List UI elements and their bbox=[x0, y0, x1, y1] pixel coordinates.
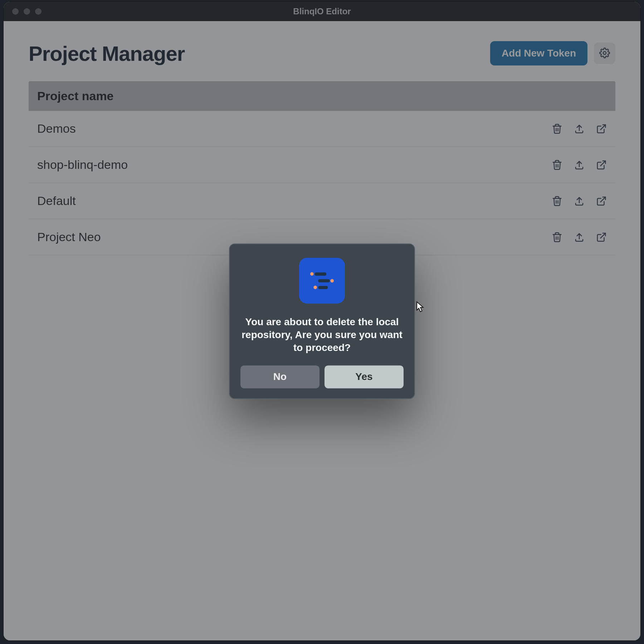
svg-rect-14 bbox=[318, 286, 328, 289]
dialog-buttons: No Yes bbox=[240, 365, 404, 388]
app-window: BlinqIO Editor Project Manager Add New T… bbox=[4, 2, 640, 640]
svg-rect-10 bbox=[315, 272, 326, 275]
svg-point-12 bbox=[330, 279, 334, 282]
svg-point-9 bbox=[310, 272, 314, 275]
svg-point-13 bbox=[313, 286, 317, 289]
blinqio-logo-icon bbox=[299, 258, 345, 303]
dialog-no-button[interactable]: No bbox=[240, 365, 319, 388]
confirm-delete-dialog: You are about to delete the local reposi… bbox=[229, 243, 415, 399]
dialog-message: You are about to delete the local reposi… bbox=[240, 316, 404, 355]
svg-rect-11 bbox=[318, 279, 330, 282]
dialog-yes-button[interactable]: Yes bbox=[325, 365, 404, 388]
